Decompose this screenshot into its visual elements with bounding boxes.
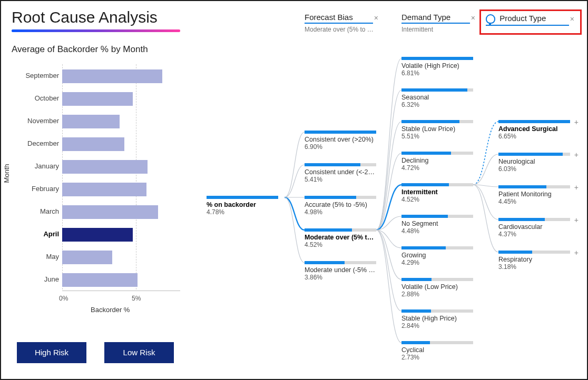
node-bar xyxy=(401,341,473,344)
node-pct: 4.78% xyxy=(207,208,285,216)
node-bar xyxy=(498,153,570,156)
node-bar xyxy=(401,120,473,123)
node-bar xyxy=(401,246,473,249)
close-icon[interactable]: × xyxy=(374,14,378,22)
node-bar xyxy=(498,218,570,221)
node-name: Moderate under (-5% … xyxy=(305,266,376,274)
node-name: Growing xyxy=(401,252,473,259)
node-pct: 6.03% xyxy=(498,165,570,173)
expand-icon[interactable]: + xyxy=(574,151,579,159)
expand-icon[interactable]: + xyxy=(574,248,579,257)
tree-node[interactable]: Stable (High Price)2.84% xyxy=(401,309,473,329)
bar-rect xyxy=(62,183,146,196)
node-pct: 4.29% xyxy=(401,259,473,266)
node-name: No Segment xyxy=(401,220,473,227)
close-icon[interactable]: × xyxy=(471,14,475,22)
bar-label: March xyxy=(12,207,59,215)
bar-chart[interactable]: Month Backorder % 0% 5% SeptemberOctober… xyxy=(12,64,180,306)
tree-node[interactable]: Neurological6.03%+ xyxy=(498,153,570,173)
node-pct: 4.72% xyxy=(401,164,473,172)
node-pct: 4.48% xyxy=(401,227,473,235)
high-risk-button[interactable]: High Risk xyxy=(17,342,86,363)
node-bar xyxy=(401,183,473,186)
bar-label: December xyxy=(12,139,59,147)
x-axis xyxy=(62,291,180,291)
node-pct: 4.98% xyxy=(305,208,376,216)
node-name: Moderate over (5% t… xyxy=(305,234,376,241)
tree-node[interactable]: Intermittent4.52% xyxy=(401,183,473,203)
node-name: Neurological xyxy=(498,158,570,165)
bar-rect xyxy=(62,228,133,242)
node-pct: 3.86% xyxy=(305,274,376,281)
tree-node[interactable]: Cardiovascular4.37%+ xyxy=(498,218,570,238)
bar-label: February xyxy=(12,185,59,193)
node-name: Volatile (High Price) xyxy=(401,62,473,69)
crumb-label: Forecast Bias xyxy=(305,13,353,22)
tree-node[interactable]: Growing4.29% xyxy=(401,246,473,266)
node-pct: 6.32% xyxy=(401,101,473,108)
node-name: Volatile (Low Price) xyxy=(401,283,473,291)
crumb-sub: Intermittent xyxy=(401,26,475,33)
bar-rect xyxy=(62,273,138,287)
node-pct: 6.81% xyxy=(401,69,473,77)
gridline-5 xyxy=(136,64,136,289)
tree-node[interactable]: Cyclical2.73% xyxy=(401,341,473,361)
node-name: Stable (High Price) xyxy=(401,315,473,322)
tree-node[interactable]: Patient Monitoring4.45%+ xyxy=(498,185,570,205)
node-pct: 4.37% xyxy=(498,231,570,238)
bar-rect xyxy=(62,160,148,174)
crumb-underline xyxy=(486,25,569,26)
bar-chart-title: Average of Backorder % by Month xyxy=(12,44,148,55)
tree-node[interactable]: Respiratory3.18%+ xyxy=(498,251,570,271)
tree-node[interactable]: Volatile (High Price)6.81% xyxy=(401,57,473,77)
node-name: Consistent over (>20%) xyxy=(305,136,376,143)
node-pct: 5.51% xyxy=(401,133,473,140)
crumb-sub: Moderate over (5% to … xyxy=(305,26,378,33)
node-bar xyxy=(305,196,376,199)
node-bar xyxy=(401,152,473,155)
tree-node[interactable]: Consistent over (>20%)6.90% xyxy=(305,131,376,151)
y-axis-label: Month xyxy=(3,164,11,183)
tree-node[interactable]: Advanced Surgical6.65%+ xyxy=(498,120,570,140)
node-bar xyxy=(498,185,570,188)
tree-node[interactable]: Consistent under (<-2…5.41% xyxy=(305,163,376,183)
close-icon[interactable]: × xyxy=(570,15,574,23)
crumb-label: Demand Type xyxy=(401,13,450,22)
node-bar xyxy=(401,309,473,313)
tree-node[interactable]: Accurate (5% to -5%)4.98% xyxy=(305,196,376,216)
node-name: Cyclical xyxy=(401,346,473,354)
expand-icon[interactable]: + xyxy=(574,118,579,126)
node-name: Seasonal xyxy=(401,94,473,101)
node-bar xyxy=(498,120,570,123)
bar-rect xyxy=(62,92,133,106)
node-pct: 6.65% xyxy=(498,133,570,140)
crumb-demand-type[interactable]: Demand Type × Intermittent xyxy=(401,13,475,33)
tree-node[interactable]: Declining4.72% xyxy=(401,152,473,172)
lightbulb-icon xyxy=(486,14,495,24)
crumb-label: Product Type xyxy=(499,14,546,23)
bar-rect xyxy=(62,115,120,128)
bar-label: September xyxy=(12,72,59,79)
node-pct: 6.90% xyxy=(305,143,376,151)
crumb-product-type[interactable]: Product Type × xyxy=(486,14,574,26)
node-name: Accurate (5% to -5%) xyxy=(305,201,376,208)
node-bar xyxy=(401,215,473,218)
tree-node[interactable]: Volatile (Low Price)2.88% xyxy=(401,278,473,298)
expand-icon[interactable]: + xyxy=(574,183,579,192)
tree-node[interactable]: Seasonal6.32% xyxy=(401,88,473,108)
bar-rect xyxy=(62,137,124,151)
crumb-forecast-bias[interactable]: Forecast Bias × Moderate over (5% to … xyxy=(305,13,378,33)
tree-node[interactable]: Stable (Low Price)5.51% xyxy=(401,120,473,140)
root-node[interactable]: % on backorder 4.78% xyxy=(207,196,285,216)
node-name: Consistent under (<-2… xyxy=(305,168,376,176)
node-name: Patient Monitoring xyxy=(498,191,570,198)
node-bar xyxy=(401,88,473,92)
node-bar xyxy=(498,251,570,254)
low-risk-button[interactable]: Low Risk xyxy=(104,342,174,363)
tree-node[interactable]: Moderate over (5% t…4.52% xyxy=(305,228,376,248)
expand-icon[interactable]: + xyxy=(574,216,579,224)
tree-node[interactable]: Moderate under (-5% …3.86% xyxy=(305,261,376,281)
bar-rect xyxy=(62,205,158,219)
title-underline xyxy=(12,29,180,32)
tree-node[interactable]: No Segment4.48% xyxy=(401,215,473,235)
